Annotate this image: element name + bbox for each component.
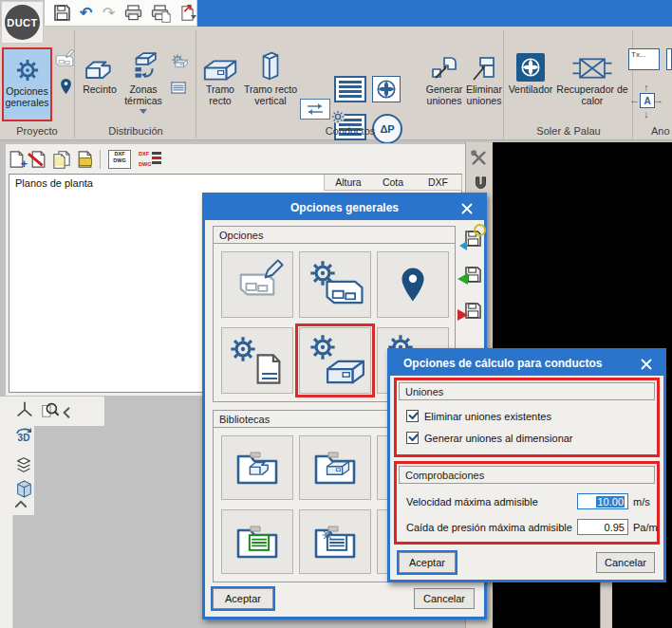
collapse-up-icon[interactable]: [14, 499, 28, 508]
check-generar-uniones-label: Generar uniones al dimensionar: [424, 433, 573, 444]
cancelar-button[interactable]: Cancelar: [414, 588, 475, 609]
move-text-icon[interactable]: A ↑ ↓ ← →: [632, 83, 661, 118]
zonas-termicas-button[interactable]: Zonas térmicas: [121, 47, 165, 121]
print-preview-icon[interactable]: [151, 4, 169, 23]
recinto-button[interactable]: Recinto: [80, 47, 120, 121]
group-separator: [196, 30, 196, 139]
print-icon[interactable]: [124, 4, 142, 23]
duct-library-icon[interactable]: [299, 435, 371, 500]
chevron-down-icon: [140, 109, 147, 114]
recuperador-button[interactable]: Recuperador de calor: [556, 47, 628, 121]
dialog-titlebar[interactable]: Opciones generales: [205, 195, 484, 220]
general-plan-options-icon[interactable]: [299, 251, 371, 318]
viewport-divider[interactable]: [600, 582, 612, 628]
dxf-layers-icon[interactable]: DXF DWG: [139, 151, 161, 168]
close-icon[interactable]: [638, 356, 654, 372]
velocidad-input[interactable]: 10.00: [577, 493, 628, 509]
import-config-icon[interactable]: [462, 264, 483, 285]
layers-icon[interactable]: [13, 453, 34, 474]
aceptar-button[interactable]: Aceptar: [399, 552, 456, 573]
diffuser-library-icon[interactable]: [299, 509, 371, 574]
clipped-annotation-button[interactable]: [666, 48, 672, 70]
caida-label: Caída de presión máxima admisible: [406, 522, 577, 533]
text-annotation-button[interactable]: Tx...: [628, 48, 660, 70]
view-3d-icon[interactable]: 3D: [13, 427, 34, 448]
collapsed-panel-strip[interactable]: [0, 397, 13, 628]
grille-icon[interactable]: [334, 76, 366, 102]
duct-options-icon[interactable]: [167, 49, 188, 70]
location-pin-option-icon[interactable]: [377, 251, 449, 318]
group-separator: [503, 30, 504, 139]
gear-icon: [14, 49, 41, 83]
zoom-extents-icon[interactable]: [40, 399, 61, 420]
tools-icon[interactable]: [469, 148, 490, 169]
duct-vertical-icon: [259, 47, 282, 82]
exchange-duct-icon[interactable]: [300, 99, 330, 120]
caida-input[interactable]: 0.95: [577, 519, 628, 535]
export-plan-icon[interactable]: [78, 151, 92, 168]
tramo-recto-vertical-label: Tramo recto vertical: [243, 83, 298, 106]
export-config-icon[interactable]: [462, 300, 483, 321]
caida-unit: Pa/m: [633, 522, 658, 533]
close-icon[interactable]: [458, 200, 475, 216]
ribbon: Opciones generales Proyecto Recinto Zona…: [0, 27, 672, 140]
opciones-generales-label: Opciones generales: [4, 85, 50, 108]
recinto-label: Recinto: [83, 83, 117, 95]
add-plan-icon[interactable]: +: [9, 151, 24, 168]
caida-value: 0.95: [605, 522, 625, 533]
return-grille-library-icon[interactable]: [221, 509, 293, 574]
save-icon[interactable]: [54, 4, 70, 23]
fan-diffuser-icon[interactable]: [372, 76, 401, 102]
eliminar-uniones-label: Eliminar uniones: [465, 83, 503, 106]
cancelar-button[interactable]: Cancelar: [596, 552, 655, 573]
report-options-icon[interactable]: [221, 327, 293, 394]
tramo-recto-label: Tramo recto: [199, 83, 241, 106]
duct-horizontal-icon: [203, 47, 237, 82]
axes-icon[interactable]: [14, 399, 35, 420]
panel-toolbar: + DXF DWG DXF DWG: [9, 148, 161, 171]
check-generar-uniones[interactable]: Generar uniones al dimensionar: [406, 432, 573, 444]
room-library-icon[interactable]: [221, 435, 293, 500]
tree-item-planos[interactable]: Planos de planta: [15, 177, 93, 189]
column-header-dxf[interactable]: DXF: [415, 175, 462, 191]
dialog-title: Opciones de cálculo para conductos: [390, 357, 602, 370]
checkbox-icon[interactable]: [406, 410, 419, 422]
dialog-titlebar[interactable]: Opciones de cálculo para conductos: [390, 351, 663, 376]
dxf-dwg-icon[interactable]: DXF DWG: [108, 150, 131, 169]
check-eliminar-uniones[interactable]: Eliminar uniones existentes: [406, 410, 551, 422]
tramo-recto-vertical-button[interactable]: Tramo recto vertical: [243, 47, 298, 121]
eliminar-uniones-button[interactable]: Eliminar uniones: [465, 47, 503, 121]
generar-uniones-button[interactable]: Generar uniones: [425, 47, 463, 121]
aceptar-button[interactable]: Aceptar: [213, 588, 273, 609]
column-header-altura[interactable]: Altura: [324, 175, 373, 191]
collapse-left-icon[interactable]: [61, 402, 72, 423]
ribbon-group-proyecto: Proyecto: [0, 125, 74, 139]
column-header-cota[interactable]: Cota: [371, 175, 416, 191]
solid-view-icon[interactable]: [13, 478, 34, 499]
plan-edit-icon[interactable]: [54, 50, 75, 71]
app-menu-button[interactable]: DUCT: [1, 1, 44, 44]
ventilador-fan-icon: [516, 47, 545, 82]
location-pin-icon[interactable]: [55, 76, 76, 97]
ventilador-label: Ventilador: [509, 83, 553, 95]
ventilador-button[interactable]: Ventilador: [507, 47, 554, 121]
copy-plan-icon[interactable]: [53, 151, 70, 168]
tramo-recto-button[interactable]: Tramo recto: [199, 47, 241, 121]
velocidad-unit: m/s: [633, 496, 650, 508]
zonas-termicas-icon: [128, 47, 159, 82]
edit-plans-icon[interactable]: [221, 251, 293, 318]
redo-icon[interactable]: ↷: [102, 4, 116, 23]
highlight-box-comprobaciones: Comprobaciones Velocidad máxima admisibl…: [394, 461, 660, 545]
duct-calc-options-icon[interactable]: [299, 327, 371, 394]
window-grille-icon[interactable]: [168, 77, 189, 98]
delete-plan-icon[interactable]: [31, 151, 46, 168]
checkbox-icon[interactable]: [406, 432, 419, 444]
save-config-icon[interactable]: [462, 228, 483, 249]
opciones-generales-button[interactable]: Opciones generales: [2, 47, 52, 121]
groupbox-comprobaciones-label: Comprobaciones: [399, 466, 655, 484]
undo-icon[interactable]: ↶: [79, 4, 93, 23]
export-icon[interactable]: ↗: [177, 4, 196, 23]
magnet-icon[interactable]: [470, 173, 491, 194]
elbow-union-icon: [432, 47, 457, 82]
groupbox-opciones-label: Opciones: [213, 226, 456, 244]
